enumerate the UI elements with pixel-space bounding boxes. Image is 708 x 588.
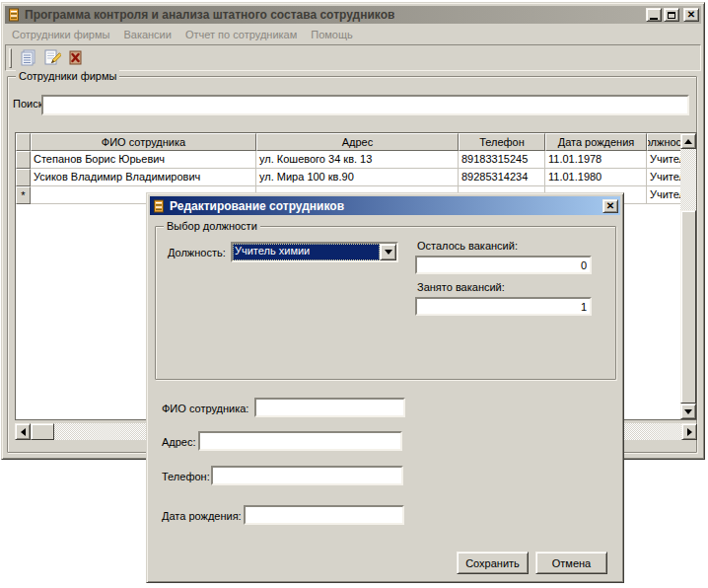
cell-address[interactable]: ул. Мира 100 кв.90 — [256, 169, 459, 186]
menu-report[interactable]: Отчет по сотрудникам — [178, 27, 304, 42]
scrollbar-track[interactable] — [680, 149, 696, 210]
fio-input[interactable] — [254, 398, 405, 417]
close-button[interactable]: ✕ — [683, 8, 699, 22]
add-employee-button[interactable] — [16, 46, 39, 69]
phone-label: Телефон: — [162, 471, 210, 482]
cell-position[interactable]: Учитель — [647, 151, 682, 169]
arrow-right-icon — [687, 428, 692, 436]
dialog-icon — [152, 199, 166, 213]
close-icon: ✕ — [606, 201, 614, 211]
menu-employees[interactable]: Сотрудники фирмы — [5, 27, 116, 42]
cell-fio[interactable]: Усиков Владимир Владимирович — [31, 169, 256, 186]
position-groupbox-title: Выбор должности — [164, 220, 260, 232]
edit-employee-button[interactable] — [39, 46, 63, 69]
main-titlebar[interactable]: Программа контроля и анализа штатного со… — [5, 6, 701, 24]
remaining-vacancies-input[interactable] — [415, 256, 592, 274]
header-position[interactable]: Должность — [647, 133, 682, 151]
maximize-icon — [668, 12, 675, 19]
employees-groupbox-title: Сотрудники фирмы — [16, 70, 119, 82]
dialog-close-button[interactable]: ✕ — [602, 199, 618, 213]
phone-input[interactable] — [211, 466, 403, 485]
occupied-vacancies-input[interactable] — [415, 297, 592, 316]
toolbar-grip[interactable] — [9, 48, 12, 68]
cell-birthdate[interactable]: 11.01.1980 — [545, 169, 647, 186]
scroll-up-button[interactable] — [680, 133, 696, 149]
cell-address[interactable]: ул. Кошевого 34 кв. 13 — [256, 151, 459, 169]
menu-help[interactable]: Помощь — [304, 27, 360, 42]
header-selector — [16, 133, 31, 151]
scroll-down-button[interactable] — [680, 404, 696, 419]
cell-phone[interactable]: 89183315245 — [459, 151, 545, 169]
save-button[interactable]: Сохранить — [457, 551, 529, 574]
toolbar — [5, 44, 701, 71]
search-input[interactable] — [41, 95, 689, 115]
chevron-down-icon — [385, 250, 392, 255]
scrollbar-thumb[interactable] — [680, 210, 696, 404]
header-phone[interactable]: Телефон — [459, 133, 545, 151]
position-groupbox: Выбор должности Должность: Учитель химии… — [155, 226, 616, 380]
table-header-row: ФИО сотрудника Адрес Телефон Дата рожден… — [16, 133, 696, 151]
remaining-vacancies-label: Осталось вакансий: — [417, 240, 518, 252]
header-birthdate[interactable]: Дата рождения — [545, 133, 647, 151]
edit-employee-dialog: Редактирование сотрудников ✕ Выбор должн… — [146, 192, 624, 583]
row-selector[interactable] — [16, 169, 31, 186]
cell-birthdate[interactable]: 11.01.1978 — [545, 151, 647, 169]
menu-vacancies[interactable]: Вакансии — [116, 27, 178, 42]
cell-fio[interactable]: Степанов Борис Юрьевич — [31, 151, 256, 169]
cancel-button[interactable]: Отмена — [535, 551, 607, 574]
menubar: Сотрудники фирмы Вакансии Отчет по сотру… — [5, 25, 701, 44]
birthdate-input[interactable] — [244, 505, 404, 525]
combobox-dropdown-button[interactable] — [380, 244, 396, 260]
position-selected-value: Учитель химии — [233, 244, 380, 260]
delete-document-icon — [66, 48, 85, 67]
delete-employee-button[interactable] — [63, 46, 87, 69]
fio-label: ФИО сотрудника: — [162, 403, 248, 414]
close-icon: ✕ — [687, 10, 695, 20]
new-row-marker[interactable]: * — [16, 186, 31, 204]
maximize-button[interactable] — [664, 8, 679, 22]
birthdate-label: Дата рождения: — [162, 510, 242, 522]
scrollbar-thumb[interactable] — [31, 423, 54, 440]
address-input[interactable] — [198, 431, 402, 451]
dialog-titlebar[interactable]: Редактирование сотрудников ✕ — [150, 196, 620, 215]
edit-document-icon — [42, 48, 61, 67]
position-combobox[interactable]: Учитель химии — [231, 242, 398, 262]
scroll-left-button[interactable] — [15, 423, 31, 440]
arrow-left-icon — [21, 428, 26, 436]
table-row[interactable]: Степанов Борис Юрьевич ул. Кошевого 34 к… — [16, 151, 696, 169]
address-label: Адрес: — [162, 436, 196, 448]
row-selector[interactable] — [16, 151, 31, 169]
window-title: Программа контроля и анализа штатного со… — [25, 8, 394, 22]
cell-position[interactable]: Учитель — [647, 186, 682, 204]
header-fio[interactable]: ФИО сотрудника — [31, 133, 256, 151]
minimize-icon — [650, 18, 658, 20]
occupied-vacancies-label: Занято вакансий: — [417, 281, 505, 293]
arrow-up-icon — [684, 139, 692, 144]
arrow-down-icon — [684, 409, 692, 414]
cell-position[interactable]: Учитель — [647, 169, 682, 186]
table-row[interactable]: Усиков Владимир Владимирович ул. Мира 10… — [16, 169, 696, 186]
app-icon — [7, 8, 21, 22]
header-address[interactable]: Адрес — [256, 133, 459, 151]
vertical-scrollbar[interactable] — [680, 133, 696, 419]
add-document-icon — [19, 48, 37, 67]
minimize-button[interactable] — [646, 8, 662, 22]
scroll-right-button[interactable] — [681, 423, 697, 440]
dialog-title: Редактирование сотрудников — [170, 199, 344, 213]
position-label: Должность: — [168, 247, 226, 258]
cell-phone[interactable]: 89285314234 — [459, 169, 545, 186]
